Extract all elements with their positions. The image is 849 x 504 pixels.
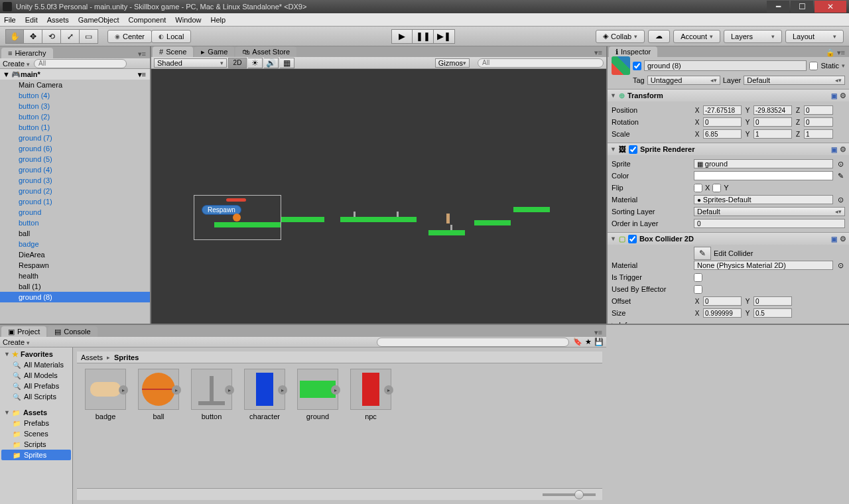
scale-tool[interactable]: ⤢ bbox=[61, 29, 80, 44]
folder-scripts[interactable]: 📁Scripts bbox=[1, 439, 71, 450]
hierarchy-search-input[interactable] bbox=[34, 59, 127, 68]
scene-fx-toggle[interactable]: ▦ bbox=[280, 58, 294, 68]
window-close-button[interactable]: ✕ bbox=[815, 1, 846, 13]
used-by-effector-checkbox[interactable] bbox=[694, 285, 702, 294]
order-in-layer-input[interactable] bbox=[694, 219, 845, 228]
rotation-z-input[interactable] bbox=[804, 117, 833, 127]
scene-gizmos-dropdown[interactable]: Gizmos ▾ bbox=[435, 58, 470, 68]
step-button[interactable]: ▶❚ bbox=[434, 29, 455, 44]
layout-dropdown[interactable]: Layout▾ bbox=[785, 30, 844, 43]
panel-menu-icon[interactable]: ▾≡ bbox=[134, 50, 150, 58]
asset-expand-icon[interactable]: ▸ bbox=[119, 385, 128, 395]
hierarchy-item[interactable]: ground (4) bbox=[0, 164, 150, 175]
fav-all-scripts[interactable]: 🔍All Scripts bbox=[1, 391, 71, 402]
tag-dropdown[interactable]: Untagged◂▾ bbox=[647, 76, 720, 85]
inspector-panel-menu-icon[interactable]: 🔒 ▾≡ bbox=[822, 48, 849, 57]
hierarchy-create-dropdown[interactable]: Create ▾ bbox=[3, 60, 30, 68]
info-foldout[interactable]: Info bbox=[619, 321, 631, 324]
scene-viewport[interactable]: Respawn bbox=[151, 69, 606, 324]
hierarchy-item[interactable]: Respawn bbox=[0, 260, 150, 271]
scale-y-input[interactable] bbox=[753, 129, 792, 139]
fav-all-materials[interactable]: 🔍All Materials bbox=[1, 359, 71, 370]
rect-tool[interactable]: ▭ bbox=[80, 29, 98, 44]
favorites-header[interactable]: ▼★Favorites bbox=[1, 349, 71, 359]
size-x-input[interactable] bbox=[703, 308, 742, 318]
position-x-input[interactable] bbox=[703, 105, 742, 115]
scene-2d-toggle[interactable]: 2D bbox=[228, 58, 247, 68]
asset-ground[interactable]: ▸ground bbox=[294, 369, 341, 420]
position-y-input[interactable] bbox=[753, 105, 792, 115]
hierarchy-item[interactable]: ground (1) bbox=[0, 196, 150, 207]
pivot-center-button[interactable]: ◉Center bbox=[107, 30, 152, 43]
menu-assets[interactable]: Assets bbox=[47, 16, 69, 24]
move-tool[interactable]: ✥ bbox=[24, 29, 42, 44]
hierarchy-item[interactable]: button (3) bbox=[0, 101, 150, 111]
asset-expand-icon[interactable]: ▸ bbox=[278, 385, 287, 395]
asset-ball[interactable]: ▸ball bbox=[135, 369, 182, 420]
search-save-icon[interactable]: 💾 bbox=[594, 338, 604, 346]
hierarchy-item[interactable]: ground (6) bbox=[0, 143, 150, 154]
asset-character[interactable]: ▸character bbox=[241, 369, 288, 420]
rotation-y-input[interactable] bbox=[753, 117, 792, 127]
hierarchy-item[interactable]: Main Camera bbox=[0, 80, 150, 90]
fav-all-prefabs[interactable]: 🔍All Prefabs bbox=[1, 381, 71, 391]
asset-button[interactable]: ▸button bbox=[188, 369, 235, 420]
hierarchy-item[interactable]: ball bbox=[0, 228, 150, 239]
layers-dropdown[interactable]: Layers▾ bbox=[724, 30, 782, 43]
game-tab[interactable]: ▸ Game bbox=[194, 46, 234, 57]
hierarchy-item[interactable]: ground (3) bbox=[0, 175, 150, 186]
help-icon[interactable]: ▣ bbox=[831, 235, 837, 243]
flip-y-checkbox[interactable] bbox=[712, 184, 721, 192]
help-icon[interactable]: ▣ bbox=[831, 146, 837, 153]
folder-scenes[interactable]: 📁Scenes bbox=[1, 428, 71, 439]
breadcrumb-assets[interactable]: Assets bbox=[81, 353, 103, 361]
position-z-input[interactable] bbox=[804, 105, 833, 115]
asset-store-tab[interactable]: 🛍 Asset Store bbox=[235, 46, 296, 57]
search-filter-icon[interactable]: 🔖 bbox=[573, 338, 582, 346]
project-panel-menu-icon[interactable]: ▾≡ bbox=[590, 328, 606, 337]
hierarchy-item[interactable]: button (4) bbox=[0, 90, 150, 101]
sprite-field[interactable]: ▦ ground bbox=[694, 159, 833, 168]
color-field[interactable] bbox=[694, 171, 833, 180]
pause-button[interactable]: ❚❚ bbox=[413, 29, 434, 44]
project-create-dropdown[interactable]: Create ▾ bbox=[3, 338, 30, 346]
folder-sprites[interactable]: 📁Sprites bbox=[1, 450, 71, 460]
offset-y-input[interactable] bbox=[753, 296, 792, 306]
layer-dropdown[interactable]: Default◂▾ bbox=[744, 76, 845, 85]
inspector-tab[interactable]: ℹ Inspector bbox=[609, 46, 657, 57]
asset-expand-icon[interactable]: ▸ bbox=[172, 385, 181, 395]
asset-badge[interactable]: ▸badge bbox=[82, 369, 129, 420]
box-collider-header[interactable]: ▼▢ Box Collider 2D▣ ⚙ bbox=[608, 233, 849, 245]
size-y-input[interactable] bbox=[753, 308, 792, 318]
gameobject-name-input[interactable] bbox=[644, 60, 807, 71]
cloud-button[interactable]: ☁ bbox=[648, 30, 670, 43]
help-icon[interactable]: ▣ bbox=[831, 92, 837, 99]
project-tab[interactable]: ▣ Project bbox=[1, 326, 46, 337]
account-button[interactable]: Account▾ bbox=[673, 30, 720, 43]
scale-x-input[interactable] bbox=[703, 129, 742, 139]
sorting-layer-dropdown[interactable]: Default◂▾ bbox=[694, 207, 845, 216]
window-maximize-button[interactable]: ☐ bbox=[791, 1, 813, 13]
fav-all-models[interactable]: 🔍All Models bbox=[1, 370, 71, 381]
window-minimize-button[interactable]: ━ bbox=[767, 1, 789, 13]
asset-expand-icon[interactable]: ▸ bbox=[225, 385, 234, 395]
offset-x-input[interactable] bbox=[703, 296, 742, 306]
project-search-input[interactable] bbox=[377, 338, 569, 347]
asset-npc[interactable]: ▸npc bbox=[348, 369, 394, 420]
bc-material-field[interactable]: None (Physics Material 2D) bbox=[694, 261, 833, 270]
gameobject-active-checkbox[interactable] bbox=[633, 62, 641, 70]
menu-gameobject[interactable]: GameObject bbox=[78, 16, 119, 24]
search-filter-icon[interactable]: ★ bbox=[585, 338, 592, 346]
hierarchy-item[interactable]: button (2) bbox=[0, 111, 150, 122]
project-thumbnail-slider[interactable] bbox=[77, 488, 602, 500]
hand-tool[interactable]: ✋ bbox=[5, 29, 24, 44]
menu-component[interactable]: Component bbox=[128, 16, 166, 24]
rotate-tool[interactable]: ⟲ bbox=[42, 29, 61, 44]
transform-header[interactable]: ▼⊕ Transform▣ ⚙ bbox=[608, 90, 849, 101]
hierarchy-item[interactable]: ground (2) bbox=[0, 186, 150, 196]
hierarchy-item[interactable]: health bbox=[0, 271, 150, 281]
static-checkbox[interactable] bbox=[809, 62, 818, 70]
breadcrumb-sprites[interactable]: Sprites bbox=[114, 353, 139, 361]
asset-expand-icon[interactable]: ▸ bbox=[331, 385, 340, 395]
hierarchy-item[interactable]: ground (8) bbox=[0, 292, 150, 302]
